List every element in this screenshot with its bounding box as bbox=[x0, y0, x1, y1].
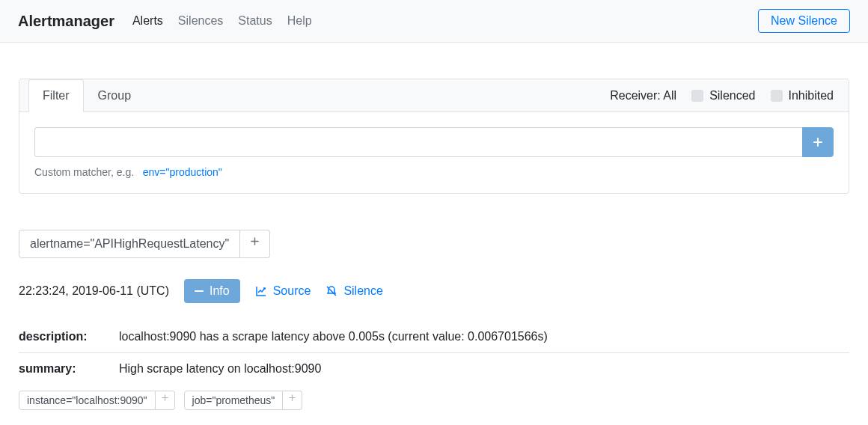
label-add-button[interactable] bbox=[283, 391, 302, 410]
add-filter-button[interactable] bbox=[802, 127, 834, 157]
checkbox-icon bbox=[771, 90, 783, 102]
filter-hint: Custom matcher, e.g. env="production" bbox=[34, 166, 834, 178]
filter-panel: Filter Group Receiver: All Silenced Inhi… bbox=[19, 79, 849, 194]
plus-icon bbox=[251, 237, 259, 245]
silence-link[interactable]: Silence bbox=[326, 284, 382, 298]
tab-filter[interactable]: Filter bbox=[28, 79, 84, 112]
silenced-label: Silenced bbox=[709, 89, 755, 103]
main-container: Filter Group Receiver: All Silenced Inhi… bbox=[19, 43, 849, 410]
nav-alerts[interactable]: Alerts bbox=[132, 14, 163, 28]
alert-details: description: localhost:9090 has a scrape… bbox=[19, 321, 849, 385]
tabs-right: Receiver: All Silenced Inhibited bbox=[604, 80, 840, 111]
alert-timestamp: 22:23:24, 2019-06-11 (UTC) bbox=[19, 284, 169, 298]
label-chip[interactable]: instance="localhost:9090" bbox=[19, 391, 156, 410]
alertname-add-button[interactable] bbox=[240, 230, 270, 258]
filter-input-group bbox=[34, 127, 834, 157]
nav-status[interactable]: Status bbox=[238, 14, 272, 28]
detail-key: summary: bbox=[19, 362, 101, 376]
panel-body: Custom matcher, e.g. env="production" bbox=[19, 112, 849, 193]
alertname-group: alertname="APIHighRequestLatency" bbox=[19, 230, 849, 258]
label-chip[interactable]: job="prometheus" bbox=[184, 391, 284, 410]
detail-value: High scrape latency on localhost:9090 bbox=[119, 362, 321, 376]
detail-row: summary: High scrape latency on localhos… bbox=[19, 352, 849, 385]
inhibited-label: Inhibited bbox=[789, 89, 834, 103]
nav-help[interactable]: Help bbox=[287, 14, 312, 28]
tab-group[interactable]: Group bbox=[84, 79, 145, 112]
info-button-label: Info bbox=[210, 284, 230, 298]
checkbox-icon bbox=[691, 90, 703, 102]
tabs: Filter Group Receiver: All Silenced Inhi… bbox=[19, 79, 849, 112]
plus-icon bbox=[162, 394, 168, 401]
minus-icon bbox=[195, 287, 204, 296]
detail-key: description: bbox=[19, 330, 101, 343]
plus-icon bbox=[813, 138, 822, 147]
brand[interactable]: Alertmanager bbox=[18, 13, 114, 30]
alert-labels: instance="localhost:9090" job="prometheu… bbox=[19, 391, 849, 410]
new-silence-button[interactable]: New Silence bbox=[758, 9, 850, 33]
hint-prefix: Custom matcher, e.g. bbox=[34, 166, 134, 178]
nav-silences[interactable]: Silences bbox=[178, 14, 223, 28]
receiver-label: Receiver: All bbox=[610, 89, 676, 103]
filter-input[interactable] bbox=[34, 127, 802, 157]
source-link[interactable]: Source bbox=[255, 284, 311, 298]
bell-off-icon bbox=[326, 285, 337, 297]
inhibited-toggle[interactable]: Inhibited bbox=[771, 89, 834, 103]
hint-example[interactable]: env="production" bbox=[143, 166, 222, 178]
plus-icon bbox=[289, 394, 296, 401]
chart-icon bbox=[255, 285, 267, 297]
alertname-label[interactable]: alertname="APIHighRequestLatency" bbox=[19, 230, 240, 258]
detail-value: localhost:9090 has a scrape latency abov… bbox=[119, 330, 548, 343]
detail-row: description: localhost:9090 has a scrape… bbox=[19, 321, 849, 352]
silence-label: Silence bbox=[343, 284, 382, 298]
label-job: job="prometheus" bbox=[184, 391, 303, 410]
nav-links: Alerts Silences Status Help bbox=[132, 14, 740, 28]
label-instance: instance="localhost:9090" bbox=[19, 391, 175, 410]
label-add-button[interactable] bbox=[156, 391, 175, 410]
source-label: Source bbox=[273, 284, 311, 298]
silenced-toggle[interactable]: Silenced bbox=[691, 89, 755, 103]
navbar: Alertmanager Alerts Silences Status Help… bbox=[0, 0, 868, 43]
info-button[interactable]: Info bbox=[184, 279, 240, 303]
alert-header: 22:23:24, 2019-06-11 (UTC) Info Source S… bbox=[19, 279, 849, 303]
